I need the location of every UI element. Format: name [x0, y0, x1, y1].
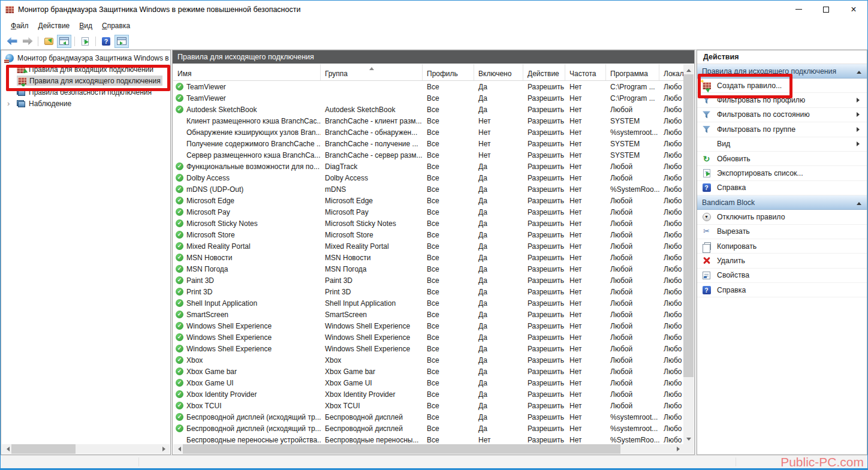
list-vscroll-thumb[interactable] — [683, 74, 694, 377]
maximize-button[interactable] — [812, 1, 840, 18]
action-new-rule[interactable]: Создать правило... — [697, 79, 867, 93]
action-properties[interactable]: Свойства — [697, 269, 867, 283]
table-row[interactable]: ✓Xbox Game barXbox Game barВсеДаРазрешит… — [173, 366, 685, 377]
table-row[interactable]: ✓Paint 3DPaint 3DВсеДаРазрешитьНетЛюбойЛ… — [173, 275, 685, 286]
scroll-up-icon[interactable] — [683, 64, 694, 74]
action-export-list[interactable]: Экспортировать список... — [697, 166, 867, 180]
column-header-Группа[interactable]: Группа — [321, 64, 423, 80]
scroll-down-icon[interactable] — [683, 435, 694, 445]
menu-file[interactable]: Файл — [6, 20, 34, 32]
cell-program: SYSTEM — [606, 151, 659, 159]
table-row[interactable]: ✓TeamViewerВсеДаРазрешитьНетC:\Program .… — [173, 92, 685, 104]
list-hscrollbar[interactable] — [173, 444, 694, 454]
action-filter-by-profile[interactable]: Фильтровать по профилю — [697, 93, 867, 107]
menu-help[interactable]: Справка — [97, 20, 135, 32]
action-help[interactable]: ?Справка — [697, 181, 867, 195]
table-row[interactable]: ✓TeamViewerВсеДаРазрешитьНетC:\Program .… — [173, 81, 685, 92]
tree-hscroll-thumb[interactable] — [11, 444, 76, 454]
table-row[interactable]: ✓Microsoft Sticky NotesMicrosoft Sticky … — [173, 218, 685, 229]
table-row[interactable]: ✓Print 3DPrint 3DВсеДаРазрешитьНетЛюбойЛ… — [173, 286, 685, 297]
table-row[interactable]: Обнаружение кэширующих узлов Bran...Bran… — [173, 126, 685, 138]
menu-view[interactable]: Вид — [74, 20, 97, 32]
action-cut[interactable]: ✂Вырезать — [697, 225, 867, 239]
tree-item-monitoring[interactable]: ›Наблюдение — [1, 98, 170, 109]
rule-name: Xbox Game UI — [186, 379, 234, 387]
action-disable-rule[interactable]: ▼Отключить правило — [697, 210, 867, 224]
cell-profile: Все — [423, 379, 474, 387]
table-row[interactable]: ✓MSN НовостиMSN НовостиВсеДаРазрешитьНет… — [173, 252, 685, 263]
action-icon-box — [701, 97, 712, 104]
tree-item-outbound-rules[interactable]: Правила для исходящего подключения — [1, 75, 170, 86]
action-pane-toggle[interactable] — [114, 35, 129, 48]
table-row[interactable]: ✓Windows Shell ExperienceWindows Shell E… — [173, 320, 685, 332]
menu-action[interactable]: Действие — [34, 20, 75, 32]
action-filter-by-group[interactable]: Фильтровать по группе — [697, 122, 867, 137]
table-row[interactable]: ✓Windows Shell ExperienceWindows Shell E… — [173, 332, 685, 343]
action-copy[interactable]: Копировать — [697, 239, 867, 254]
table-row[interactable]: ✓SmartScreenSmartScreenВсеДаРазрешитьНет… — [173, 309, 685, 320]
scroll-left-icon[interactable] — [173, 444, 183, 454]
tree-item-connection-security-rules[interactable]: Правила безопасности подключения — [1, 86, 170, 98]
action-help2[interactable]: ?Справка — [697, 283, 867, 297]
forward-button[interactable] — [20, 35, 35, 48]
tree-item-inbound-rules[interactable]: Правила для входящих подключений — [1, 64, 170, 75]
tree-item-root[interactable]: Монитор брандмауэра Защитника Windows в — [1, 52, 170, 64]
list-panel-title-text: Правила для исходящего подключения — [177, 53, 314, 61]
table-row[interactable]: ✓Xbox TCUIXbox TCUIВсеДаРазрешитьНетЛюбо… — [173, 400, 685, 411]
table-row[interactable]: ✓Xbox Game UIXbox Game UIВсеДаРазрешитьН… — [173, 377, 685, 388]
table-row[interactable]: ✓Функциональные возможности для по...Dia… — [173, 161, 685, 172]
list-hscroll-thumb[interactable] — [183, 444, 620, 454]
table-row[interactable]: ✓Microsoft StoreMicrosoft StoreВсеДаРазр… — [173, 229, 685, 240]
up-folder-button[interactable] — [41, 35, 56, 48]
table-row[interactable]: Сервер размещенного кэша BranchCa...Bran… — [173, 149, 685, 161]
column-header-Имя[interactable]: Имя — [173, 64, 321, 80]
table-row[interactable]: ✓Беспроводной дисплей (исходящий тр...Бе… — [173, 411, 685, 423]
table-row[interactable]: Получение содержимого BranchCache ...Bra… — [173, 138, 685, 149]
table-row[interactable]: ✓Windows Shell ExperienceWindows Shell E… — [173, 343, 685, 354]
scroll-right-icon[interactable] — [674, 444, 684, 454]
actions-section-header-2[interactable]: Bandicam Block — [697, 195, 867, 210]
table-row[interactable]: ✓Autodesk SketchBookAutodesk SketchBookВ… — [173, 104, 685, 115]
rule-name: Беспроводной дисплей (исходящий тр... — [186, 424, 321, 433]
action-filter-by-state[interactable]: Фильтровать по состоянию — [697, 108, 867, 122]
table-row[interactable]: ✓MSN ПогодаMSN ПогодаВсеДаРазрешитьНетЛю… — [173, 263, 685, 275]
collapse-icon[interactable] — [857, 68, 861, 74]
console-tree-toggle[interactable] — [57, 35, 71, 48]
action-refresh[interactable]: ↻Обновить — [697, 152, 867, 166]
column-header-Профиль[interactable]: Профиль — [423, 64, 474, 80]
table-row[interactable]: ✓XboxXboxВсеДаРазрешитьНетЛюбойЛюбо — [173, 354, 685, 366]
tree-hscrollbar[interactable] — [2, 444, 170, 454]
cell-local: Любо — [659, 379, 685, 387]
toolbar: ? — [1, 33, 867, 50]
column-header-Частота[interactable]: Частота — [565, 64, 606, 80]
column-header-Включено[interactable]: Включено — [474, 64, 523, 80]
collapse-icon[interactable] — [857, 200, 861, 205]
column-header-Действие[interactable]: Действие — [523, 64, 565, 80]
cell-group: Dolby Access — [321, 174, 423, 182]
actions-section-header-1[interactable]: Правила для исходящего подключения — [697, 64, 867, 79]
table-row[interactable]: ✓Microsoft PayMicrosoft PayВсеДаРазрешит… — [173, 206, 685, 218]
table-row[interactable]: ✓Xbox Identity ProviderXbox Identity Pro… — [173, 388, 685, 400]
cell-group: Беспроводной дисплей — [321, 424, 423, 433]
table-row[interactable]: Клиент размещенного кэша BranchCac...Bra… — [173, 115, 685, 126]
table-row[interactable]: ✓mDNS (UDP-Out)mDNSВсеДаРазрешитьНет%Sys… — [173, 183, 685, 195]
table-row[interactable]: ✓Mixed Reality PortalMixed Reality Porta… — [173, 240, 685, 252]
column-header-Программа[interactable]: Программа — [606, 64, 659, 80]
table-row[interactable]: ✓Dolby AccessDolby AccessВсеДаРазрешитьН… — [173, 172, 685, 183]
help-button[interactable]: ? — [99, 35, 113, 48]
list-vscrollbar[interactable] — [683, 64, 694, 445]
cell-name: ✓Windows Shell Experience — [173, 322, 321, 330]
column-header-Локал[interactable]: Локал — [659, 64, 685, 80]
close-button[interactable]: × — [840, 1, 867, 18]
action-view[interactable]: Вид — [697, 137, 867, 152]
back-button[interactable] — [5, 35, 19, 48]
table-row[interactable]: ✓Microsoft EdgeMicrosoft EdgeВсеДаРазреш… — [173, 195, 685, 206]
minimize-button[interactable] — [785, 1, 812, 18]
export-list-button[interactable] — [78, 35, 92, 48]
table-row[interactable]: ✓Shell Input ApplicationShell Input Appl… — [173, 297, 685, 309]
scroll-left-icon[interactable] — [2, 444, 11, 454]
chevron-right-icon[interactable]: › — [7, 99, 10, 108]
scroll-right-icon[interactable] — [160, 444, 170, 454]
table-row[interactable]: ✓Беспроводной дисплей (исходящий тр...Бе… — [173, 423, 685, 434]
action-delete[interactable]: Удалить — [697, 254, 867, 268]
